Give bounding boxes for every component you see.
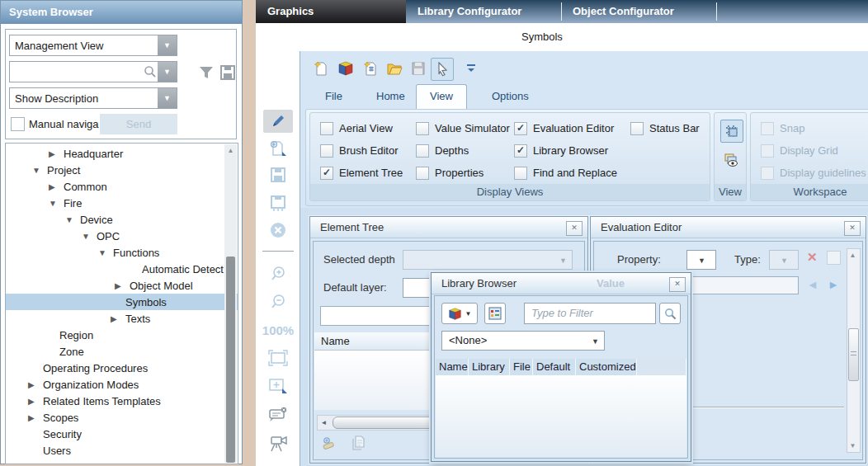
checkbox-library-browser[interactable]: ✓Library Browser (514, 143, 617, 158)
tree-item-fire[interactable]: ▼Fire (6, 195, 238, 211)
evaluation-editor-titlebar[interactable]: Evaluation Editor ✕ (591, 217, 866, 238)
add-page-button[interactable] (263, 137, 293, 160)
checkbox-properties[interactable]: Properties (416, 165, 510, 181)
chevron-right-icon[interactable]: ▶ (28, 397, 43, 406)
tree-item-project[interactable]: ▼Project (6, 162, 238, 178)
grid-view-button[interactable] (720, 120, 743, 143)
next-icon[interactable]: ► (828, 278, 839, 291)
document-tab-symbols[interactable]: Symbols (521, 31, 563, 43)
copy-elements-icon[interactable] (350, 435, 366, 451)
new-symbol-button[interactable] (335, 58, 356, 79)
zoom-level-button[interactable]: 100% (263, 318, 293, 341)
library-list[interactable] (436, 375, 686, 457)
chevron-down-icon[interactable]: ▼ (158, 35, 177, 55)
tree-item-security[interactable]: Security (6, 426, 238, 442)
hide-comments-button[interactable] (263, 403, 293, 426)
scroll-up-icon[interactable]: ▲ (847, 249, 859, 261)
tree-item-scopes[interactable]: ▶Scopes (6, 409, 238, 426)
tree-item-zone[interactable]: Zone (6, 343, 238, 360)
add-element-icon[interactable] (322, 436, 338, 451)
tree-item-opc[interactable]: ▼OPC (6, 228, 238, 244)
tree-item-region[interactable]: Region (6, 327, 238, 343)
select-tool-button[interactable] (431, 58, 454, 81)
library-filter-input[interactable]: Type to Filter (524, 303, 656, 324)
previous-icon[interactable]: ◄ (807, 278, 818, 291)
checkbox-value-simulator[interactable]: Value Simulator (416, 120, 510, 136)
tree-item-functions[interactable]: ▼Functions (6, 244, 238, 261)
send-button[interactable]: Send (100, 114, 177, 134)
chevron-right-icon[interactable]: ▶ (49, 182, 64, 191)
scrollbar-thumb[interactable] (226, 257, 235, 463)
column-header-default[interactable]: Default (533, 359, 576, 375)
checkbox-find-and-replace[interactable]: Find and Replace (514, 165, 617, 181)
chevron-right-icon[interactable]: ▶ (111, 314, 125, 323)
new-document-button[interactable] (310, 58, 332, 79)
library-category-dropdown[interactable]: <None> ▼ (441, 331, 605, 351)
tree-item-device[interactable]: ▼Device (6, 211, 238, 228)
view-mode-button[interactable] (484, 303, 506, 324)
tree-item-organization-modes[interactable]: ▶Organization Modes (6, 376, 238, 393)
chevron-down-icon[interactable]: ▼ (32, 166, 47, 175)
checkbox-brush-editor[interactable]: Brush Editor (320, 143, 403, 158)
scrollbar-thumb[interactable] (848, 328, 859, 381)
save-as-button[interactable] (263, 191, 293, 214)
chevron-right-icon[interactable]: ▶ (115, 281, 130, 290)
zoom-out-button[interactable] (263, 290, 293, 313)
library-search-button[interactable] (659, 303, 681, 324)
save-toolbar-button[interactable] (408, 58, 429, 79)
system-browser-titlebar[interactable]: System Browser (1, 1, 242, 24)
close-icon[interactable]: ✕ (669, 277, 686, 292)
library-browser-titlebar[interactable]: Library Browser Value ✕ (432, 273, 691, 294)
checkbox-status-bar[interactable]: Status Bar (630, 120, 700, 136)
search-input[interactable]: ▼ (9, 61, 177, 82)
scroll-up-icon[interactable]: ▲ (224, 144, 237, 157)
checkbox-evaluation-editor[interactable]: ✓Evaluation Editor (514, 120, 617, 136)
search-icon[interactable] (143, 64, 158, 79)
tree-item-related-items-templates[interactable]: ▶Related Items Templates (6, 393, 238, 409)
chevron-down-icon[interactable]: ▼ (65, 215, 80, 224)
ribbon-tab-file[interactable]: File (312, 85, 356, 108)
library-source-dropdown[interactable]: ▼ (441, 303, 478, 324)
close-icon[interactable]: ✕ (566, 221, 583, 236)
ribbon-tab-home[interactable]: Home (363, 85, 418, 108)
element-tree-titlebar[interactable]: Element Tree ✕ (310, 217, 587, 238)
tree-item-common[interactable]: ▶Common (6, 178, 238, 195)
filter-icon[interactable] (198, 64, 215, 81)
tree-scrollbar[interactable]: ▲ (224, 144, 237, 463)
tab-library-configurator[interactable]: Library Configurator (406, 0, 561, 23)
edit-tool-button[interactable] (263, 110, 293, 133)
checkbox-element-tree[interactable]: ✓Element Tree (320, 165, 403, 181)
column-header-library[interactable]: Library (469, 359, 510, 375)
tree-item-operating-procedures[interactable]: Operating Procedures (6, 360, 238, 376)
open-button[interactable] (384, 58, 405, 79)
column-header-file[interactable]: File (510, 359, 533, 375)
layers-visibility-button[interactable] (720, 149, 742, 171)
chevron-right-icon[interactable]: ▶ (49, 149, 64, 158)
tab-object-configurator[interactable]: Object Configurator (561, 0, 716, 23)
save-button[interactable] (263, 163, 293, 186)
checkbox-aerial-view[interactable]: Aerial View (320, 120, 403, 136)
view-selector-dropdown[interactable]: Management View ▼ (9, 35, 177, 56)
manual-navigation-checkbox[interactable] (11, 117, 25, 131)
property-dropdown[interactable]: ▼ (686, 250, 716, 270)
ribbon-tab-view[interactable]: View (416, 84, 467, 110)
chevron-right-icon[interactable]: ▶ (28, 413, 43, 422)
scroll-left-icon[interactable]: ◄ (318, 417, 330, 429)
tree-item-users[interactable]: Users (6, 442, 238, 459)
column-header-customized[interactable]: Customized (576, 359, 637, 375)
toolbar-overflow-button[interactable] (464, 58, 479, 79)
column-header-name[interactable]: Name (436, 359, 469, 375)
tree-item-automatic-detect[interactable]: Automatic Detect (6, 261, 238, 277)
new-from-template-button[interactable] (360, 58, 381, 79)
close-document-button[interactable] (263, 219, 293, 242)
display-mode-dropdown[interactable]: Show Description ▼ (9, 87, 177, 109)
tree-item-headquarter[interactable]: ▶Headquarter (6, 145, 238, 162)
tree-item-symbols[interactable]: Symbols (6, 294, 238, 310)
fit-to-view-button[interactable] (263, 346, 293, 370)
zoom-in-button[interactable] (263, 262, 293, 285)
center-view-button[interactable] (263, 374, 293, 398)
tree-item-object-model[interactable]: ▶Object Model (6, 277, 238, 294)
chevron-down-icon[interactable]: ▼ (49, 199, 64, 208)
save-search-icon[interactable] (219, 64, 237, 82)
vertical-scrollbar[interactable]: ▲ ▼ (847, 248, 861, 453)
